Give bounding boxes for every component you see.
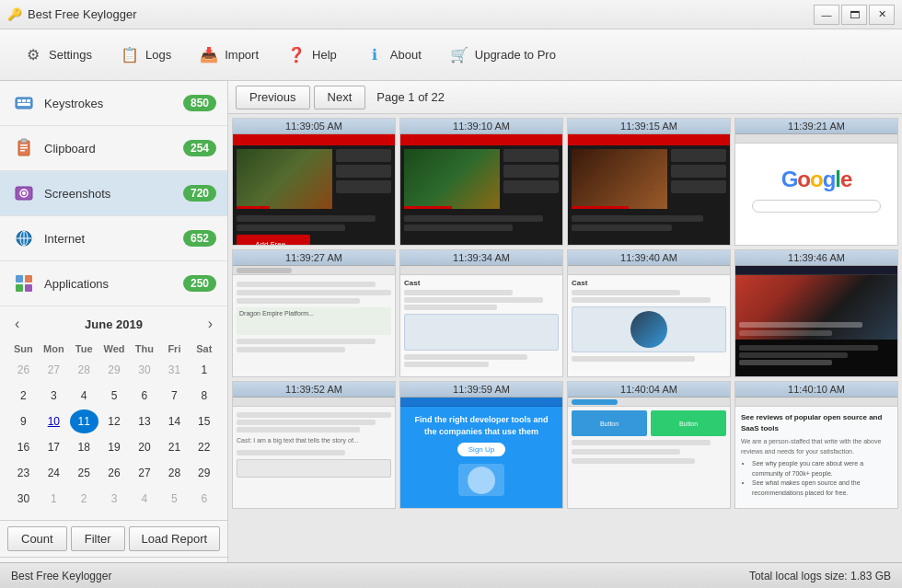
app-title: Best Free Keylogger bbox=[28, 7, 137, 21]
cal-day[interactable]: 3 bbox=[40, 384, 68, 408]
menu-settings[interactable]: ⚙ Settings bbox=[11, 37, 104, 74]
main-content: Keystrokes 850 Clipboard 254 Screenshots… bbox=[0, 81, 902, 562]
previous-button[interactable]: Previous bbox=[236, 86, 310, 110]
screenshot-item[interactable]: 11:39:40 AM Cast bbox=[567, 249, 731, 377]
cal-day[interactable]: 28 bbox=[70, 358, 98, 382]
screenshots-icon bbox=[11, 180, 37, 206]
screenshot-item[interactable]: 11:39:27 AM Dragon Empire Platform... bbox=[232, 249, 396, 377]
screenshot-item[interactable]: 11:40:10 AM See reviews of popular open … bbox=[734, 381, 898, 509]
filter-button[interactable]: Filter bbox=[71, 526, 125, 551]
svg-rect-3 bbox=[27, 99, 30, 102]
screenshot-content: See reviews of popular open source and S… bbox=[735, 398, 897, 508]
cal-day[interactable]: 17 bbox=[40, 435, 68, 459]
menu-logs[interactable]: 📋 Logs bbox=[108, 37, 183, 74]
screenshots-area[interactable]: 11:39:05 AM bbox=[228, 114, 902, 562]
cal-day[interactable]: 22 bbox=[190, 435, 218, 459]
svg-rect-9 bbox=[20, 150, 25, 152]
cal-day[interactable]: 6 bbox=[131, 384, 159, 408]
calendar-next-button[interactable]: › bbox=[204, 316, 216, 332]
screenshot-content: Add Free... bbox=[233, 134, 395, 245]
cal-day[interactable]: 9 bbox=[9, 409, 38, 433]
menu-help[interactable]: ❓ Help bbox=[274, 37, 349, 74]
cal-day[interactable]: 29 bbox=[100, 358, 129, 382]
cal-day[interactable]: 21 bbox=[160, 435, 188, 459]
minimize-button[interactable]: — bbox=[814, 5, 839, 25]
cal-day[interactable]: 7 bbox=[160, 384, 188, 408]
screenshot-item[interactable]: 11:39:46 AM bbox=[734, 249, 898, 377]
cal-day[interactable]: 10 bbox=[40, 409, 68, 433]
maximize-button[interactable]: 🗖 bbox=[841, 5, 867, 25]
cal-day[interactable]: 23 bbox=[9, 461, 38, 485]
cal-day[interactable]: 26 bbox=[100, 461, 129, 485]
screenshot-item[interactable]: 11:39:15 AM bbox=[567, 118, 731, 246]
cal-day[interactable]: 30 bbox=[131, 358, 159, 382]
screenshot-item[interactable]: 11:39:34 AM Cast bbox=[399, 249, 563, 377]
menu-settings-label: Settings bbox=[49, 48, 92, 62]
cal-day-selected[interactable]: 11 bbox=[70, 409, 98, 433]
cal-day[interactable]: 5 bbox=[100, 384, 129, 408]
cal-day[interactable]: 27 bbox=[40, 358, 68, 382]
cal-day[interactable]: 27 bbox=[131, 461, 159, 485]
cal-day[interactable]: 2 bbox=[70, 487, 98, 511]
cal-day[interactable]: 19 bbox=[100, 435, 129, 459]
cal-day[interactable]: 26 bbox=[9, 358, 38, 382]
menu-upgrade[interactable]: 🛒 Upgrade to Pro bbox=[437, 37, 568, 74]
cal-day[interactable]: 24 bbox=[40, 461, 68, 485]
count-button[interactable]: Count bbox=[7, 526, 67, 551]
svg-rect-20 bbox=[25, 284, 32, 292]
close-button[interactable]: ✕ bbox=[869, 5, 895, 25]
settings-icon: ⚙ bbox=[23, 45, 43, 65]
cal-day[interactable]: 31 bbox=[160, 358, 188, 382]
cal-day[interactable]: 5 bbox=[160, 487, 188, 511]
screenshot-thumb bbox=[568, 134, 730, 245]
cal-day[interactable]: 2 bbox=[9, 384, 38, 408]
calendar-prev-button[interactable]: ‹ bbox=[11, 316, 23, 332]
screenshot-item[interactable]: 11:40:04 AM Button bbox=[567, 381, 731, 509]
screenshot-time: 11:39:10 AM bbox=[400, 119, 562, 134]
menu-about[interactable]: ℹ About bbox=[353, 37, 434, 74]
cal-day[interactable]: 3 bbox=[100, 487, 129, 511]
svg-rect-7 bbox=[20, 144, 28, 146]
cal-day[interactable]: 25 bbox=[70, 461, 98, 485]
sidebar-item-clipboard[interactable]: Clipboard 254 bbox=[0, 126, 227, 171]
sidebar-item-screenshots[interactable]: Screenshots 720 bbox=[0, 171, 227, 216]
screenshot-item[interactable]: 11:39:52 AM Cast: I am a big text that t… bbox=[232, 381, 396, 509]
screenshot-item[interactable]: 11:39:21 AM Google bbox=[734, 118, 898, 246]
cal-day[interactable]: 13 bbox=[131, 409, 159, 433]
screenshot-content: Find the right developer tools andthe co… bbox=[400, 398, 562, 508]
cal-day[interactable]: 14 bbox=[160, 409, 188, 433]
cal-day[interactable]: 20 bbox=[131, 435, 159, 459]
sidebar-item-internet[interactable]: Internet 652 bbox=[0, 216, 227, 261]
screenshot-thumb bbox=[735, 266, 897, 376]
keystrokes-label: Keystrokes bbox=[44, 97, 183, 110]
upgrade-icon: 🛒 bbox=[449, 45, 469, 65]
screenshot-content bbox=[400, 134, 562, 245]
menu-logs-label: Logs bbox=[145, 48, 171, 62]
keystrokes-badge: 850 bbox=[183, 95, 216, 111]
sidebar-item-keystrokes[interactable]: Keystrokes 850 bbox=[0, 81, 227, 126]
screenshot-content: Cast bbox=[400, 266, 562, 376]
load-report-button[interactable]: Load Report bbox=[129, 526, 220, 551]
cal-day[interactable]: 4 bbox=[131, 487, 159, 511]
sidebar-item-applications[interactable]: Applications 250 bbox=[0, 261, 227, 306]
cal-day[interactable]: 6 bbox=[190, 487, 218, 511]
cal-day[interactable]: 8 bbox=[190, 384, 218, 408]
cal-day[interactable]: 16 bbox=[9, 435, 38, 459]
screenshot-item[interactable]: 11:39:10 AM bbox=[399, 118, 563, 246]
screenshot-item[interactable]: 11:39:59 AM Find the right developer too… bbox=[399, 381, 563, 509]
screenshot-time: 11:39:15 AM bbox=[568, 119, 730, 134]
cal-day[interactable]: 1 bbox=[40, 487, 68, 511]
next-button[interactable]: Next bbox=[314, 86, 366, 110]
logs-icon: 📋 bbox=[120, 45, 140, 65]
screenshot-item[interactable]: 11:39:05 AM bbox=[232, 118, 396, 246]
cal-day[interactable]: 18 bbox=[70, 435, 98, 459]
cal-day[interactable]: 12 bbox=[100, 409, 129, 433]
cal-day[interactable]: 30 bbox=[9, 487, 38, 511]
cal-day[interactable]: 28 bbox=[160, 461, 188, 485]
cal-day[interactable]: 29 bbox=[190, 461, 218, 485]
cal-header-sat: Sat bbox=[190, 341, 218, 356]
cal-day[interactable]: 15 bbox=[190, 409, 218, 433]
cal-day[interactable]: 4 bbox=[70, 384, 98, 408]
menu-import[interactable]: 📥 Import bbox=[187, 37, 271, 74]
cal-day[interactable]: 1 bbox=[190, 358, 218, 382]
